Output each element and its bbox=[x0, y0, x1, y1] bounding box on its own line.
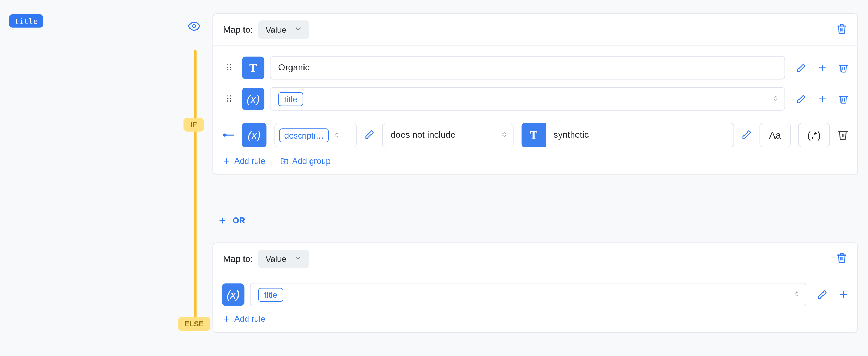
svg-point-9 bbox=[227, 95, 228, 96]
add-group-label: Add group bbox=[292, 156, 331, 166]
svg-point-1 bbox=[227, 64, 228, 65]
condition-operator-label: does not include bbox=[391, 130, 456, 140]
add-row-button[interactable] bbox=[818, 63, 827, 73]
regex-toggle[interactable]: (.*) bbox=[798, 123, 830, 147]
condition-operator-select[interactable]: does not include bbox=[382, 123, 513, 147]
map-to-label: Map to: bbox=[223, 25, 253, 35]
svg-point-4 bbox=[230, 66, 231, 67]
case-sensitive-label: Aa bbox=[769, 129, 781, 141]
add-rule-label: Add rule bbox=[234, 156, 265, 166]
svg-point-13 bbox=[227, 100, 228, 101]
add-group-button[interactable]: Add group bbox=[280, 156, 331, 166]
add-rule-button[interactable]: Add rule bbox=[222, 314, 265, 324]
value-row: (x) title bbox=[222, 87, 849, 111]
edit-row-button[interactable] bbox=[818, 290, 827, 300]
condition-value-text: synthetic bbox=[554, 130, 589, 140]
card-header: Map to: Value bbox=[213, 243, 857, 275]
text-block-icon: T bbox=[522, 123, 546, 147]
drag-handle-icon[interactable] bbox=[222, 93, 236, 105]
value-row: (x) title bbox=[222, 283, 849, 306]
svg-point-6 bbox=[230, 69, 231, 70]
svg-point-10 bbox=[230, 95, 231, 96]
variable-block-icon: (x) bbox=[242, 88, 264, 110]
variable-select[interactable]: title bbox=[270, 87, 785, 111]
map-to-value: Value bbox=[266, 254, 287, 264]
stepper-icon bbox=[333, 130, 340, 140]
chevron-down-icon bbox=[294, 254, 302, 264]
edit-condition-variable-button[interactable] bbox=[364, 129, 374, 141]
condition-value-wrap: T synthetic bbox=[522, 123, 734, 147]
value-row: T Organic - bbox=[222, 56, 849, 79]
card-header: Map to: Value bbox=[213, 14, 857, 46]
svg-point-3 bbox=[227, 66, 228, 67]
condition-row: (x) descripti… does not include T bbox=[222, 123, 849, 147]
add-rule-label: Add rule bbox=[234, 314, 265, 324]
add-rule-button[interactable]: Add rule bbox=[222, 156, 265, 166]
field-title-pill[interactable]: title bbox=[9, 14, 43, 28]
delete-row-button[interactable] bbox=[839, 63, 849, 73]
delete-condition-button[interactable] bbox=[837, 129, 849, 141]
condition-variable-chip: descripti… bbox=[279, 128, 329, 142]
stepper-icon bbox=[794, 289, 800, 300]
svg-point-14 bbox=[230, 100, 231, 101]
stepper-icon bbox=[772, 93, 779, 105]
field-title-text: title bbox=[14, 17, 38, 25]
condition-bullet-icon bbox=[222, 132, 234, 138]
variable-block-icon: (x) bbox=[222, 283, 244, 306]
svg-point-12 bbox=[230, 98, 231, 99]
text-value-input[interactable]: Organic - bbox=[270, 56, 785, 79]
else-tag: ELSE bbox=[178, 317, 210, 331]
connector-line bbox=[194, 50, 196, 323]
case-sensitive-toggle[interactable]: Aa bbox=[760, 123, 791, 147]
regex-label: (.*) bbox=[807, 129, 821, 141]
map-to-select[interactable]: Value bbox=[258, 20, 309, 39]
edit-condition-value-button[interactable] bbox=[742, 129, 752, 141]
svg-point-2 bbox=[230, 64, 231, 65]
variable-chip: title bbox=[258, 288, 284, 301]
map-to-value: Value bbox=[266, 25, 287, 35]
add-row-button[interactable] bbox=[818, 94, 827, 104]
chevron-down-icon bbox=[294, 25, 302, 35]
svg-point-5 bbox=[227, 69, 228, 70]
variable-block-icon: (x) bbox=[242, 123, 266, 147]
text-value: Organic - bbox=[278, 63, 315, 73]
map-to-select[interactable]: Value bbox=[258, 250, 309, 268]
delete-card-button[interactable] bbox=[836, 23, 848, 36]
delete-card-button[interactable] bbox=[836, 252, 848, 265]
preview-eye-icon[interactable] bbox=[188, 20, 200, 34]
if-tag: IF bbox=[183, 118, 203, 131]
map-to-label: Map to: bbox=[223, 254, 253, 264]
svg-point-0 bbox=[193, 25, 196, 28]
condition-value-input[interactable]: synthetic bbox=[546, 123, 734, 147]
svg-point-11 bbox=[227, 98, 228, 99]
edit-row-button[interactable] bbox=[796, 94, 806, 104]
stepper-icon bbox=[501, 129, 507, 141]
variable-chip: title bbox=[278, 92, 304, 106]
condition-variable-select[interactable]: descripti… bbox=[274, 123, 356, 147]
drag-handle-icon[interactable] bbox=[222, 61, 236, 74]
mapping-card-if: Map to: Value T Organic - bbox=[212, 13, 858, 175]
text-block-icon: T bbox=[242, 57, 264, 79]
edit-row-button[interactable] bbox=[796, 63, 806, 73]
variable-select[interactable]: title bbox=[250, 283, 806, 306]
add-or-branch-button[interactable]: OR bbox=[218, 216, 245, 225]
or-label: OR bbox=[233, 216, 245, 225]
add-row-button[interactable] bbox=[839, 290, 849, 300]
mapping-card-else: Map to: Value (x) title bbox=[212, 243, 858, 333]
delete-row-button[interactable] bbox=[839, 94, 849, 104]
